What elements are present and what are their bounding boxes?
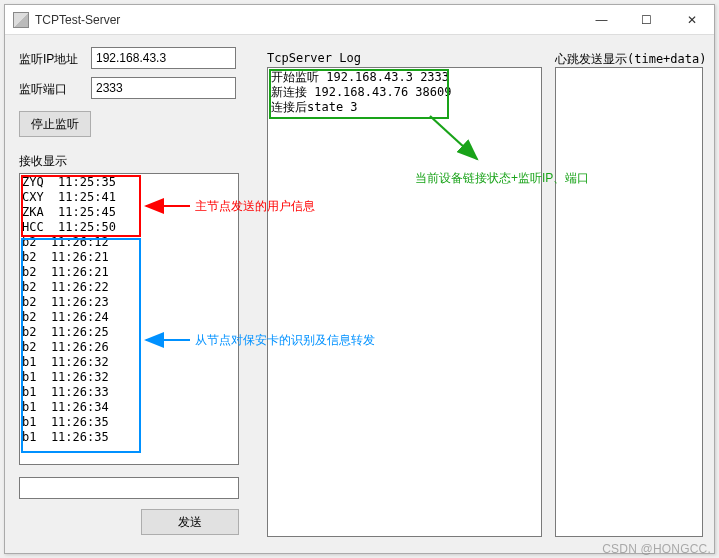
heartbeat-label: 心跳发送显示(time+data) [555, 51, 706, 68]
close-icon: ✕ [687, 13, 697, 27]
list-item[interactable]: b1 11:26:34 [22, 400, 236, 415]
close-button[interactable]: ✕ [669, 5, 714, 35]
list-item[interactable]: b2 11:26:24 [22, 310, 236, 325]
recv-display-label: 接收显示 [19, 153, 67, 170]
send-button[interactable]: 发送 [141, 509, 239, 535]
client-area: 监听IP地址 监听端口 停止监听 接收显示 ZYQ 11:25:35CXY 11… [5, 35, 714, 553]
window-title: TCPTest-Server [35, 13, 120, 27]
list-item[interactable]: b2 11:26:25 [22, 325, 236, 340]
list-item[interactable]: b1 11:26:35 [22, 415, 236, 430]
app-icon [13, 12, 29, 28]
log-line: 连接后state 3 [271, 100, 538, 115]
list-item[interactable]: CXY 11:25:41 [22, 190, 236, 205]
watermark: CSDN @HONGCC. [602, 542, 711, 556]
list-item[interactable]: b2 11:26:22 [22, 280, 236, 295]
listen-port-input[interactable] [91, 77, 236, 99]
list-item[interactable]: b2 11:26:21 [22, 250, 236, 265]
heartbeat-box[interactable] [555, 67, 703, 537]
listen-ip-input[interactable] [91, 47, 236, 69]
title-bar: TCPTest-Server — ☐ ✕ [5, 5, 714, 35]
minimize-button[interactable]: — [579, 5, 624, 35]
listen-port-label: 监听端口 [19, 81, 67, 98]
send-button-label: 发送 [178, 515, 202, 529]
list-item[interactable]: ZKA 11:25:45 [22, 205, 236, 220]
minimize-icon: — [596, 13, 608, 27]
stop-listen-button[interactable]: 停止监听 [19, 111, 91, 137]
listen-ip-label: 监听IP地址 [19, 51, 78, 68]
server-log-label: TcpServer Log [267, 51, 361, 65]
server-log-box[interactable]: 开始监听 192.168.43.3 2333新连接 192.168.43.76 … [267, 67, 542, 537]
list-item[interactable]: b1 11:26:33 [22, 385, 236, 400]
log-line: 新连接 192.168.43.76 38609 [271, 85, 538, 100]
send-input[interactable] [19, 477, 239, 499]
app-window: TCPTest-Server — ☐ ✕ 监听IP地址 监听端口 停止监听 接收… [4, 4, 715, 554]
list-item[interactable]: b2 11:26:26 [22, 340, 236, 355]
stop-listen-label: 停止监听 [31, 117, 79, 131]
maximize-icon: ☐ [641, 13, 652, 27]
list-item[interactable]: b2 11:26:23 [22, 295, 236, 310]
list-item[interactable]: b2 11:26:21 [22, 265, 236, 280]
maximize-button[interactable]: ☐ [624, 5, 669, 35]
list-item[interactable]: b1 11:26:32 [22, 370, 236, 385]
recv-listbox[interactable]: ZYQ 11:25:35CXY 11:25:41ZKA 11:25:45HCC … [19, 173, 239, 465]
list-item[interactable]: b1 11:26:35 [22, 430, 236, 445]
log-line: 开始监听 192.168.43.3 2333 [271, 70, 538, 85]
list-item[interactable]: HCC 11:25:50 [22, 220, 236, 235]
list-item[interactable]: b1 11:26:32 [22, 355, 236, 370]
list-item[interactable]: b2 11:26:12 [22, 235, 236, 250]
list-item[interactable]: ZYQ 11:25:35 [22, 175, 236, 190]
